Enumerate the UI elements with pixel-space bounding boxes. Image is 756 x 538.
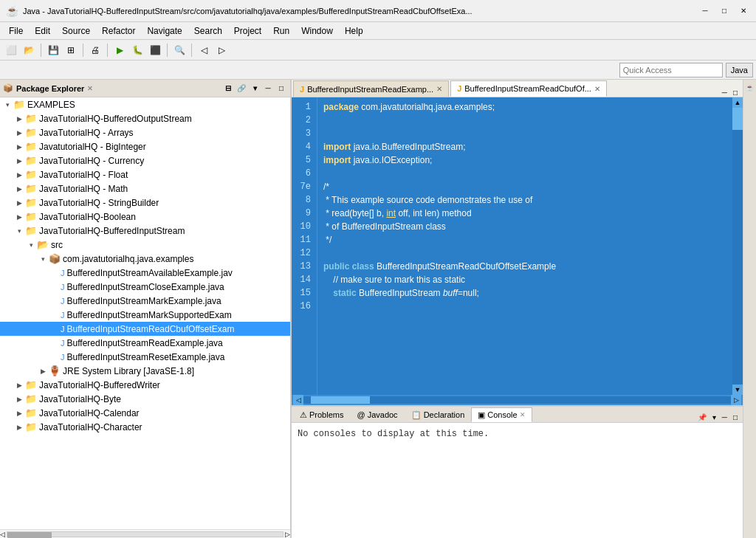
tree-item-reset[interactable]: J BufferedInputStreamResetExample.java: [0, 350, 290, 364]
expand-icon: ▶: [13, 171, 25, 179]
perspective-java-button[interactable]: Java: [726, 63, 753, 77]
toolbar-stop[interactable]: ⬛: [147, 42, 163, 58]
scroll-right-btn[interactable]: ▷: [285, 531, 290, 538]
bottom-tab-declaration[interactable]: 📋 Declaration: [405, 407, 472, 422]
vertical-scrollbar[interactable]: ▲ ▼: [732, 97, 743, 395]
tab2-close-btn[interactable]: ✕: [594, 85, 600, 93]
menu-search[interactable]: Search: [188, 24, 228, 38]
pkg-link-btn[interactable]: 🔗: [236, 83, 247, 94]
menu-refactor[interactable]: Refactor: [96, 24, 141, 38]
code-content[interactable]: package com.javatutorialhq.java.examples…: [317, 97, 732, 395]
tree-item-bufferedwriter[interactable]: ▶ 📁 JavaTutorialHQ-BufferedWriter: [0, 378, 290, 392]
tree-item-bufferedoutput[interactable]: ▶ 📁 JavaTutorialHQ-BufferedOutputStream: [0, 111, 290, 125]
tree-item-available[interactable]: J BufferedInputStreamAvailableExample.ja…: [0, 266, 290, 280]
bottom-tab-console[interactable]: ▣ Console ✕: [471, 407, 532, 422]
tree-item-arrays[interactable]: ▶ 📁 JavaTutorialHQ - Arrays: [0, 125, 290, 139]
folder-icon: 📁: [25, 379, 37, 390]
editor-tab-2[interactable]: J BufferedInputStreamReadCbufOf... ✕: [450, 80, 607, 97]
scroll-track[interactable]: [732, 108, 743, 384]
horizontal-scrollbar[interactable]: ◁ ▷: [292, 395, 743, 405]
quick-access-input[interactable]: [619, 63, 723, 77]
editor-min-btn[interactable]: ─: [720, 89, 729, 97]
tree-item-boolean[interactable]: ▶ 📁 JavaTutorialHQ-Boolean: [0, 210, 290, 224]
left-panel-scrollbar[interactable]: ◁ ▷: [0, 529, 290, 538]
menu-navigate[interactable]: Navigate: [141, 24, 188, 38]
tree-item-src[interactable]: ▾ 📂 src: [0, 238, 290, 252]
tree-item-close-example[interactable]: J BufferedInputStreamCloseExample.java: [0, 280, 290, 294]
tree-item-bufferedinput[interactable]: ▾ 📁 JavaTutorialHQ-BufferedInputStream: [0, 224, 290, 238]
pkg-collapse-all-btn[interactable]: ⊟: [222, 83, 234, 94]
menu-bar: File Edit Source Refactor Navigate Searc…: [0, 22, 756, 40]
window-title: Java - JavaTutorialHQ-BufferedInputStrea…: [23, 7, 698, 15]
scroll-left-btn[interactable]: ◁: [0, 531, 5, 538]
menu-edit[interactable]: Edit: [29, 24, 56, 38]
line-num: 3: [295, 127, 311, 140]
menu-project[interactable]: Project: [228, 24, 267, 38]
toolbar-debug[interactable]: 🐛: [129, 42, 145, 58]
editor-max-btn[interactable]: □: [731, 89, 740, 97]
folder-icon: 📁: [25, 421, 37, 432]
folder-icon: 📁: [25, 211, 37, 222]
bottom-max-btn[interactable]: □: [731, 413, 740, 422]
toolbar-back[interactable]: ◁: [196, 42, 212, 58]
pkg-max-btn[interactable]: □: [275, 83, 287, 94]
tree-item-character[interactable]: ▶ 📁 JavaTutorialHQ-Character: [0, 420, 290, 434]
toolbar-search[interactable]: 🔍: [171, 42, 188, 58]
menu-window[interactable]: Window: [295, 24, 339, 38]
pkg-min-btn[interactable]: ─: [262, 83, 274, 94]
toolbar-save-all[interactable]: ⊞: [63, 42, 79, 58]
tree-item-float[interactable]: ▶ 📁 JavaTutorialHQ - Float: [0, 168, 290, 182]
tree-item-pkg[interactable]: ▾ 📦 com.javatutorialhq.java.examples: [0, 252, 290, 266]
scroll-down-btn[interactable]: ▼: [732, 384, 743, 395]
editor-tab-1[interactable]: J BufferedInputStreamReadExamp... ✕: [293, 80, 449, 97]
toolbar-open[interactable]: 📂: [21, 42, 37, 58]
tree-item-examples[interactable]: ▾ 📁 EXAMPLES: [0, 97, 290, 111]
toolbar-new[interactable]: ⬜: [3, 42, 19, 58]
tree-item-mark[interactable]: J BufferedInputStreamMarkExample.java: [0, 294, 290, 308]
pin-btn[interactable]: 📌: [695, 413, 709, 422]
tree-item-calendar[interactable]: ▶ 📁 JavaTutorialHQ-Calendar: [0, 406, 290, 420]
tree-item-byte[interactable]: ▶ 📁 JavaTutorialHQ-Byte: [0, 392, 290, 406]
scroll-track[interactable]: [303, 396, 731, 404]
tree-item-readexample[interactable]: J BufferedInputStreamReadExample.java: [0, 336, 290, 350]
bottom-min-btn[interactable]: ─: [720, 413, 729, 422]
side-icon-java[interactable]: ☕: [744, 83, 755, 93]
bottom-menu-btn[interactable]: ▾: [710, 413, 718, 422]
bottom-tab-problems[interactable]: ⚠ Problems: [293, 407, 350, 422]
scroll-left-btn[interactable]: ◁: [293, 395, 303, 405]
menu-help[interactable]: Help: [339, 24, 369, 38]
toolbar-run[interactable]: ▶: [111, 42, 128, 58]
tree-item-currency[interactable]: ▶ 📁 JavaTutorialHQ - Currency: [0, 154, 290, 168]
toolbar-save[interactable]: 💾: [45, 42, 61, 58]
menu-file[interactable]: File: [3, 24, 29, 38]
tab1-close-btn[interactable]: ✕: [436, 85, 442, 93]
pkg-menu-btn[interactable]: ▾: [249, 83, 261, 94]
tree-item-stringbuilder[interactable]: ▶ 📁 JavaTutorialHQ - StringBuilder: [0, 196, 290, 210]
maximize-button[interactable]: □: [718, 4, 731, 18]
scroll-right-btn[interactable]: ▷: [731, 395, 741, 405]
close-button[interactable]: ✕: [737, 4, 750, 18]
line-num: 4: [295, 140, 311, 154]
line-num: 2: [295, 114, 311, 127]
toolbar-print[interactable]: 🖨: [87, 42, 103, 58]
tree-item-biginteger[interactable]: ▶ 📁 JavatutorialHQ - BigInteger: [0, 139, 290, 154]
tree-label: BufferedInputStreamResetExample.java: [67, 352, 291, 362]
scroll-up-btn[interactable]: ▲: [732, 97, 743, 108]
tree-item-readcbuf[interactable]: J BufferedInputStreamReadCbufOffsetExam: [0, 322, 290, 336]
menu-source[interactable]: Source: [56, 24, 96, 38]
menu-run[interactable]: Run: [267, 24, 295, 38]
tree-item-marksupported[interactable]: J BufferedInputStreamMarkSupportedExam: [0, 308, 290, 322]
toolbar: ⬜ 📂 💾 ⊞ 🖨 ▶ 🐛 ⬛ 🔍 ◁ ▷: [0, 40, 756, 61]
line-num: 5: [295, 154, 311, 167]
expand-icon: ▶: [13, 129, 25, 137]
line-num: 12: [295, 246, 311, 260]
package-tree: ▾ 📁 EXAMPLES ▶ 📁 JavaTutorialHQ-Buffered…: [0, 97, 290, 529]
horizontal-scrollbar[interactable]: [7, 531, 284, 537]
tree-item-math[interactable]: ▶ 📁 JavaTutorialHQ - Math: [0, 182, 290, 196]
tree-label: JavaTutorialHQ - Arrays: [39, 128, 290, 138]
bottom-tab-javadoc[interactable]: @ Javadoc: [350, 407, 404, 422]
tree-item-jre[interactable]: ▶ 🏺 JRE System Library [JavaSE-1.8]: [0, 364, 290, 378]
console-label: Console: [487, 410, 517, 419]
minimize-button[interactable]: ─: [698, 4, 712, 18]
toolbar-forward[interactable]: ▷: [213, 42, 230, 58]
